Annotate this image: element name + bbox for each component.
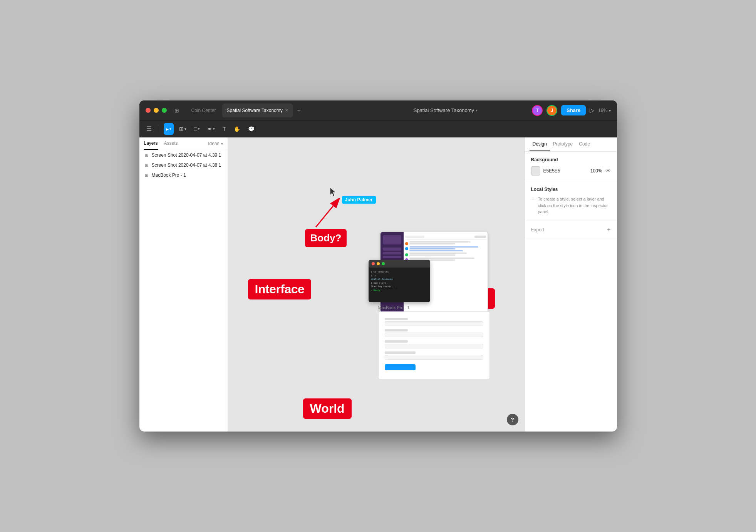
right-panel: Design Prototype Code Background E5E5E5 … xyxy=(525,137,617,432)
maximize-button[interactable] xyxy=(162,108,167,113)
traffic-lights xyxy=(146,108,167,113)
form-submit-btn xyxy=(385,364,416,370)
form-label-3 xyxy=(385,340,408,343)
tab-close-icon[interactable]: ✕ xyxy=(285,108,288,112)
form-field-1 xyxy=(385,318,483,326)
figma-icon: ⊞ xyxy=(174,107,179,114)
select-chevron: ▾ xyxy=(169,127,171,131)
shape-tool[interactable]: □ ▾ xyxy=(192,123,202,135)
form-label-4 xyxy=(385,351,416,354)
play-button[interactable]: ▷ xyxy=(590,107,594,114)
tab-spatial-software-label: Spatial Software Taxonomy xyxy=(227,108,283,113)
msg-1 xyxy=(405,241,486,245)
macbook-label: MacBook Pro - 1 xyxy=(378,305,410,310)
hand-tool[interactable]: ✋ xyxy=(231,123,243,135)
layer-item-macbook[interactable]: ⊞ MacBook Pro - 1 xyxy=(139,170,228,180)
tab-assets[interactable]: Assets xyxy=(164,141,178,150)
form-input-3 xyxy=(385,344,483,348)
styles-help-text: To create a style, select a layer and cl… xyxy=(538,196,611,215)
tab-coin-center-label: Coin Center xyxy=(191,108,216,113)
text-icon: T xyxy=(223,126,226,132)
form-input-1 xyxy=(385,321,483,326)
visibility-toggle-icon[interactable]: 👁 xyxy=(605,168,611,174)
background-hex-value: E5E5E5 xyxy=(543,168,584,174)
mockup-messages xyxy=(405,241,486,261)
minimize-button[interactable] xyxy=(154,108,159,113)
export-add-button[interactable]: + xyxy=(607,226,610,233)
terminal-mockup: $ cd projects $ ls spatial-taxonomy $ np… xyxy=(369,260,430,302)
tab-spatial-software[interactable]: Spatial Software Taxonomy ✕ xyxy=(222,104,293,117)
close-button[interactable] xyxy=(146,108,151,113)
select-tool[interactable]: ▸ ▾ xyxy=(164,123,174,135)
text-tool[interactable]: T xyxy=(220,123,228,135)
tabs-area: Coin Center Spatial Software Taxonomy ✕ … xyxy=(187,104,359,117)
background-row: E5E5E5 100% 👁 xyxy=(531,166,611,176)
title-text: Spatial Software Taxonomy xyxy=(414,107,474,113)
export-section: Export + xyxy=(525,221,617,239)
layer-label-1: Screen Shot 2020-04-07 at 4.39 1 xyxy=(152,152,221,158)
msg-2 xyxy=(405,246,486,251)
local-styles-info: ⁙ To create a style, select a layer and … xyxy=(531,196,611,215)
form-label-2 xyxy=(385,329,408,331)
tab-ideas[interactable]: Ideas ▾ xyxy=(208,141,223,149)
pen-tool[interactable]: ✒ ▾ xyxy=(205,123,217,135)
menu-button[interactable]: ☰ xyxy=(144,124,154,134)
terminal-close xyxy=(372,262,375,265)
svg-line-1 xyxy=(316,206,333,227)
form-label-1 xyxy=(385,318,408,320)
avatar-j-initial: J xyxy=(551,108,553,113)
share-button[interactable]: Share xyxy=(561,105,586,115)
right-panel-tabs: Design Prototype Code xyxy=(525,137,617,152)
right-tab-code[interactable]: Code xyxy=(576,137,593,151)
layer-label-3: MacBook Pro - 1 xyxy=(152,172,186,178)
zoom-value: 16% xyxy=(598,108,607,113)
comment-tool[interactable]: 💬 xyxy=(246,123,257,135)
tab-layers[interactable]: Layers xyxy=(144,141,158,150)
zoom-level[interactable]: 16% ▾ xyxy=(598,108,610,113)
background-section: Background E5E5E5 100% 👁 xyxy=(525,152,617,181)
app-window: ⊞ Coin Center Spatial Software Taxonomy … xyxy=(139,100,617,432)
shape-icon: □ xyxy=(194,126,197,132)
frame-tool[interactable]: ⊞ ▾ xyxy=(177,123,189,135)
avatar-t: T xyxy=(532,105,543,116)
left-panel: Layers Assets Ideas ▾ ⊞ Screen Shot 2020… xyxy=(139,137,228,432)
frame-icon-layer: ⊞ xyxy=(144,173,149,178)
tool-separator-1 xyxy=(159,125,159,133)
background-color-swatch[interactable] xyxy=(531,166,540,176)
layer-label-2: Screen Shot 2020-04-07 at 4.38 1 xyxy=(152,162,221,168)
toolbar: ☰ ▸ ▾ ⊞ ▾ □ ▾ ✒ ▾ T ✋ 💬 xyxy=(139,120,617,137)
ideas-label: Ideas xyxy=(208,141,219,146)
export-title: Export xyxy=(531,227,545,233)
form-mockup xyxy=(378,311,490,379)
world-label[interactable]: World xyxy=(303,398,352,419)
help-button[interactable]: ? xyxy=(507,414,518,425)
interface-label[interactable]: Interface xyxy=(248,279,312,299)
image-icon-1: ⊞ xyxy=(144,153,149,158)
layer-item-screenshot1[interactable]: ⊞ Screen Shot 2020-04-07 at 4.39 1 xyxy=(139,150,228,160)
form-input-4 xyxy=(385,355,483,360)
tab-coin-center[interactable]: Coin Center xyxy=(187,104,221,117)
right-tab-prototype[interactable]: Prototype xyxy=(550,137,576,151)
frame-icon: ⊞ xyxy=(179,126,184,132)
select-icon: ▸ xyxy=(166,126,169,132)
tab-add-button[interactable]: + xyxy=(294,107,304,114)
john-palmer-tooltip: John Palmer xyxy=(342,196,376,204)
title-bar: ⊞ Coin Center Spatial Software Taxonomy … xyxy=(139,100,617,120)
avatar-t-initial: T xyxy=(536,108,538,113)
canvas[interactable]: Interface Body? World Objects John Palme… xyxy=(228,137,525,432)
terminal-minimize xyxy=(377,262,380,265)
layer-item-screenshot2[interactable]: ⊞ Screen Shot 2020-04-07 at 4.38 1 xyxy=(139,160,228,170)
msg-3 xyxy=(405,253,486,256)
title-right-actions: T J Share ▷ 16% ▾ xyxy=(532,105,611,116)
ideas-chevron-icon: ▾ xyxy=(221,142,223,146)
title-dropdown-icon: ▾ xyxy=(476,108,478,112)
terminal-header xyxy=(369,260,430,268)
local-styles-section: Local Styles ⁙ To create a style, select… xyxy=(525,181,617,221)
body-label[interactable]: Body? xyxy=(305,229,347,247)
document-title: Spatial Software Taxonomy ▾ xyxy=(359,107,532,113)
export-row: Export + xyxy=(531,226,611,233)
right-tab-design[interactable]: Design xyxy=(530,137,550,151)
pen-chevron: ▾ xyxy=(213,127,215,131)
panel-tabs: Layers Assets Ideas ▾ xyxy=(139,137,228,150)
cursor-arrow xyxy=(312,198,347,233)
